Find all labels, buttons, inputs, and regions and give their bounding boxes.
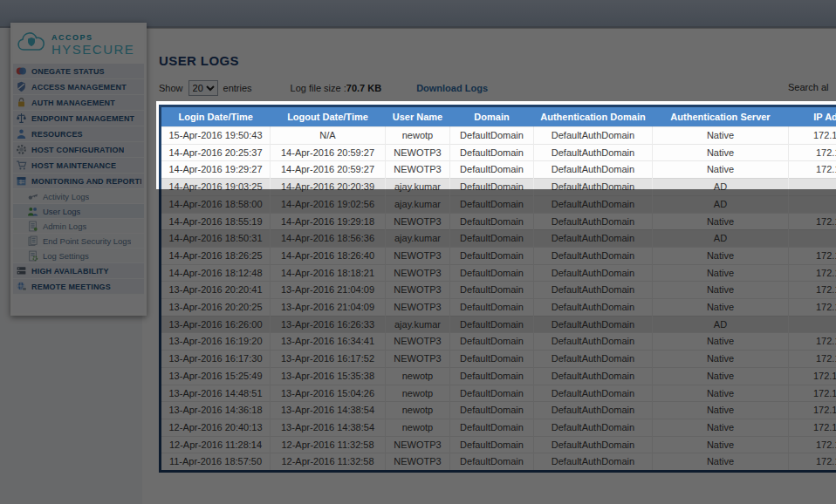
hysecure-console-screen: USER LOGS Show 20 entries Log file size … [0, 0, 836, 504]
cell-logout: 13-Apr-2016 15:04:26 [271, 385, 386, 402]
cell-domain: DefaultDomain [450, 264, 534, 282]
auth-management-icon [16, 97, 27, 108]
cell-logout: 14-Apr-2016 20:20:39 [271, 179, 386, 196]
cell-login: 14-Apr-2016 19:29:27 [161, 161, 271, 179]
column-header-domain[interactable]: Domain [450, 106, 534, 127]
cell-user: ajay.kumar [386, 195, 450, 213]
sidebar-item-host-maintenance[interactable]: HOST MAINTENANCE [13, 158, 144, 174]
cell-domain: DefaultDomain [450, 436, 534, 453]
cell-auth-domain: DefaultAuthDomain [534, 127, 653, 145]
cell-logout: 14-Apr-2016 19:29:18 [271, 213, 386, 230]
sidebar-item-endpoint-management[interactable]: ENDPOINT MANAGEMENT [13, 111, 144, 126]
table-row: 14-Apr-2016 18:58:0014-Apr-2016 19:02:56… [161, 195, 836, 213]
page-size-select[interactable]: 20 [188, 80, 218, 96]
cell-login: 14-Apr-2016 19:03:25 [161, 179, 271, 196]
sidebar-item-activity-logs[interactable]: Activity Logs [13, 189, 144, 204]
cell-domain: DefaultDomain [450, 179, 534, 196]
column-header-login-date-time[interactable]: Login Date/Time [161, 106, 271, 127]
cell-domain: DefaultDomain [450, 385, 534, 402]
sidebar-item-access-management[interactable]: ACCESS MANAGEMENT [13, 79, 144, 95]
cell-ip: - [789, 195, 836, 213]
cell-auth-server: Native [653, 419, 789, 436]
download-logs-link[interactable]: Download Logs [416, 83, 488, 93]
cell-logout: 13-Apr-2016 21:04:09 [271, 299, 386, 317]
table-row: 13-Apr-2016 14:48:5113-Apr-2016 15:04:26… [161, 385, 836, 402]
sidebar-item-label: AUTH MANAGEMENT [31, 99, 115, 107]
cell-user: ajay.kumar [386, 316, 450, 333]
cell-user: ajay.kumar [386, 230, 450, 248]
log-file-size-value: 70.7 KB [346, 83, 381, 93]
cell-domain: DefaultDomain [450, 299, 534, 317]
cell-auth-domain: DefaultAuthDomain [534, 333, 653, 351]
cell-login: 13-Apr-2016 16:26:00 [161, 316, 271, 333]
cell-domain: DefaultDomain [450, 367, 534, 385]
cell-ip: 172.17.9.9 [789, 161, 836, 179]
end-point-security-logs-icon [27, 235, 38, 247]
table-row: 13-Apr-2016 20:20:2513-Apr-2016 21:04:09… [161, 299, 836, 317]
sidebar-item-remote-meetings[interactable]: REMOTE MEETINGS [13, 279, 144, 295]
sidebar-item-monitoring-and-reporting[interactable]: MONITORING AND REPORTING [13, 174, 144, 189]
cell-auth-domain: DefaultAuthDomain [534, 299, 653, 317]
table-controls: Show 20 entries Log file size : 70.7 KB … [159, 79, 488, 97]
cell-domain: DefaultDomain [450, 453, 534, 472]
cell-user: newotp [386, 367, 450, 385]
cell-user: newotp [386, 385, 450, 402]
accops-logo: ACCOPS HYSECURE [13, 25, 144, 64]
sidebar-item-label: HIGH AVAILABILITY [31, 267, 109, 276]
cell-logout: 14-Apr-2016 20:59:27 [271, 144, 386, 161]
column-header-ip-address[interactable]: IP Address [789, 106, 836, 127]
cell-auth-domain: DefaultAuthDomain [534, 436, 653, 453]
cell-domain: DefaultDomain [450, 351, 534, 368]
cell-logout: 14-Apr-2016 19:02:56 [271, 195, 386, 213]
cell-auth-server: AD [653, 316, 789, 333]
cell-logout: 14-Apr-2016 18:56:36 [271, 230, 386, 248]
access-management-icon [16, 81, 27, 92]
sidebar-item-user-logs[interactable]: User Logs [13, 204, 144, 219]
sidebar-item-onegate-status[interactable]: ONEGATE STATUS [13, 64, 144, 79]
sidebar-item-host-configuration[interactable]: HOST CONFIGURATION [13, 142, 144, 158]
cell-logout: 14-Apr-2016 18:18:21 [271, 264, 386, 282]
cell-domain: DefaultDomain [450, 195, 534, 213]
sidebar-item-admin-logs[interactable]: Admin Logs [13, 219, 144, 234]
sidebar-item-end-point-security-logs[interactable]: End Point Security Logs [13, 234, 144, 249]
cell-user: newotp [386, 419, 450, 436]
cell-domain: DefaultDomain [450, 419, 534, 436]
table-row: 14-Apr-2016 19:03:2514-Apr-2016 20:20:39… [161, 179, 836, 196]
cell-login: 14-Apr-2016 20:25:37 [161, 144, 271, 161]
cell-domain: DefaultDomain [450, 316, 534, 333]
cell-auth-server: Native [653, 282, 789, 299]
cell-auth-server: Native [653, 402, 789, 419]
column-header-user-name[interactable]: User Name [386, 106, 450, 127]
sidebar-item-log-settings[interactable]: Log Settings [13, 249, 144, 263]
activity-logs-icon [27, 191, 38, 202]
cell-user: NEWOTP3 [386, 333, 450, 351]
user-logs-table: Login Date/TimeLogout Date/TimeUser Name… [159, 105, 836, 473]
cell-logout: 12-Apr-2016 11:32:58 [271, 436, 386, 453]
cell-user: newotp [386, 127, 450, 145]
cell-ip: 172.17.9.12 [789, 419, 836, 436]
cell-auth-domain: DefaultAuthDomain [534, 264, 653, 282]
sidebar-menu: ONEGATE STATUSACCESS MANAGEMENTAUTH MANA… [13, 64, 144, 295]
cell-login: 13-Apr-2016 16:19:20 [161, 333, 271, 351]
column-header-authentication-domain[interactable]: Authentication Domain [534, 106, 653, 127]
cell-auth-server: Native [653, 367, 789, 385]
sidebar-item-auth-management[interactable]: AUTH MANAGEMENT [13, 95, 144, 111]
cell-user: ajay.kumar [386, 179, 450, 196]
table-row: 12-Apr-2016 11:28:1412-Apr-2016 11:32:58… [161, 436, 836, 453]
cell-login: 14-Apr-2016 18:26:25 [161, 247, 271, 264]
column-header-authentication-server[interactable]: Authentication Server [653, 106, 789, 127]
cell-ip: - [789, 179, 836, 196]
table-row: 13-Apr-2016 14:36:1813-Apr-2016 14:38:54… [161, 402, 836, 419]
cell-domain: DefaultDomain [450, 247, 534, 264]
sidebar-item-high-availability[interactable]: HIGH AVAILABILITY [13, 263, 144, 279]
column-header-logout-date-time[interactable]: Logout Date/Time [271, 106, 386, 127]
cell-auth-server: AD [653, 195, 789, 213]
sidebar-item-label: ACCESS MANAGEMENT [31, 83, 127, 92]
cell-user: NEWOTP3 [386, 247, 450, 264]
host-maintenance-icon [16, 160, 27, 171]
host-configuration-icon [16, 144, 27, 155]
cell-logout: 13-Apr-2016 16:26:33 [271, 316, 386, 333]
cell-auth-server: Native [653, 385, 789, 402]
cell-ip: 172.17.9.9 [789, 436, 836, 453]
sidebar-item-resources[interactable]: RESOURCES [13, 126, 144, 142]
